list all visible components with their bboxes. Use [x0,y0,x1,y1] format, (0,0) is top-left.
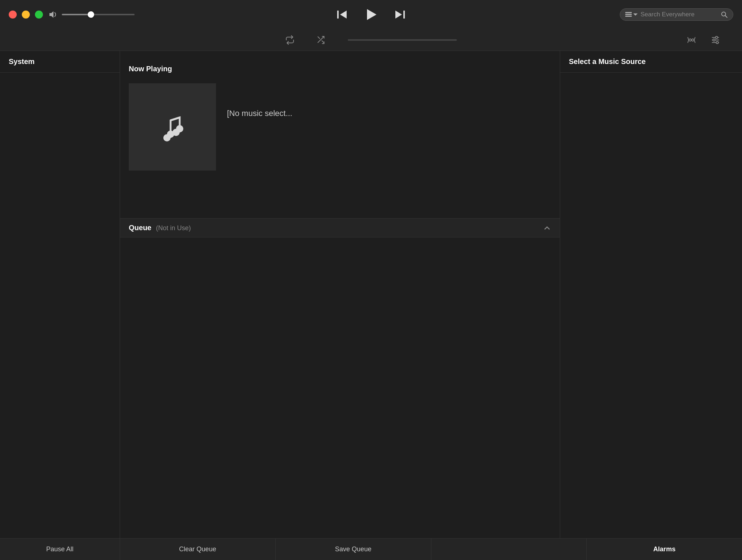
svg-point-13 [715,36,718,39]
svg-marker-2 [367,9,376,20]
alarms-button[interactable]: Alarms [587,539,742,560]
music-note-icon [154,109,191,145]
svg-point-17 [716,41,718,44]
now-playing-section: Now Playing [No music sele [120,51,560,218]
music-source-panel-body [560,73,742,538]
queue-subtitle: (Not in Use) [156,224,191,232]
volume-slider-thumb[interactable] [88,11,94,18]
main-content: System Now Playing [0,51,742,538]
eq-button[interactable] [711,35,720,45]
search-source-button[interactable] [625,12,638,17]
queue-body [120,237,560,538]
playback-controls [335,7,407,22]
prev-button[interactable] [335,8,349,21]
close-button[interactable] [9,11,17,19]
search-area [620,8,733,21]
maximize-button[interactable] [35,11,43,19]
save-queue-button[interactable]: Save Queue [276,539,431,560]
svg-rect-0 [337,11,339,19]
middle-panel-now-playing: Now Playing [No music sele [120,51,560,538]
svg-rect-6 [625,14,632,15]
no-music-text: [No music select... [227,109,292,118]
traffic-lights [9,11,43,19]
search-icon [721,11,728,18]
left-panel-system: System [0,51,120,538]
svg-rect-3 [403,11,405,19]
album-art [129,83,216,171]
search-box [620,8,733,21]
system-panel-title: System [9,57,35,65]
right-panel-music-source: Select a Music Source [560,51,742,538]
svg-marker-8 [633,13,638,16]
queue-header[interactable]: Queue (Not in Use) [120,218,560,237]
svg-marker-4 [395,11,402,19]
clear-queue-button[interactable]: Clear Queue [120,539,276,560]
now-playing-title: Now Playing [129,65,172,73]
search-input[interactable] [641,11,718,18]
next-button[interactable] [393,8,407,21]
volume-area [48,9,135,20]
play-button[interactable] [363,7,379,22]
volume-slider-fill [62,14,91,15]
music-source-title: Select a Music Source [569,57,646,65]
volume-slider[interactable] [62,14,135,15]
repeat-button[interactable] [285,35,295,45]
music-source-panel-header: Select a Music Source [560,51,742,73]
bottom-bar: Pause All Clear Queue Save Queue Alarms [0,538,742,560]
shuffle-button[interactable] [316,35,326,45]
save-queue-label: Save Queue [335,545,371,553]
svg-line-10 [725,16,727,18]
title-bar [0,0,742,29]
right-panel-left-bottom [431,539,587,560]
queue-title: Queue [129,224,151,232]
clear-queue-label: Clear Queue [179,545,216,553]
svg-point-15 [713,39,715,41]
volume-icon [48,9,58,20]
now-playing-header: Now Playing [129,58,172,80]
crossfade-button[interactable] [687,35,696,45]
secondary-toolbar [0,29,742,51]
progress-bar[interactable] [348,39,457,41]
svg-rect-7 [625,16,632,17]
secondary-right-controls [687,35,720,45]
pause-all-label: Pause All [46,545,73,553]
pause-all-button[interactable]: Pause All [0,539,120,560]
alarms-label: Alarms [653,545,675,553]
minimize-button[interactable] [22,11,30,19]
queue-title-area: Queue (Not in Use) [129,224,191,232]
svg-rect-5 [625,12,632,13]
svg-marker-1 [340,11,347,19]
system-panel-header: System [0,51,120,73]
system-panel-body [0,73,120,538]
queue-chevron-icon [543,224,551,232]
